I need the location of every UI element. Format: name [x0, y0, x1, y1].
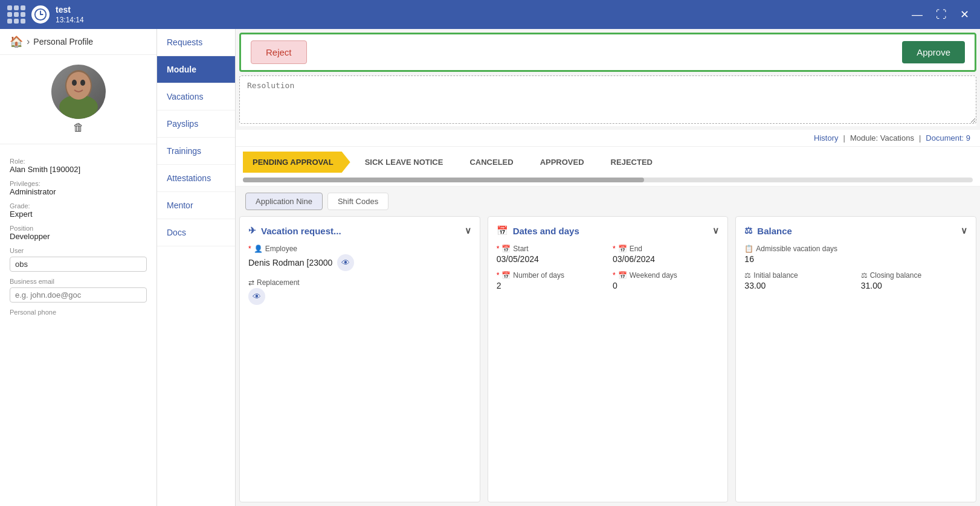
tab-shift-codes[interactable]: Shift Codes	[327, 193, 388, 210]
breadcrumb-text: Personal Profile	[33, 37, 93, 46]
balance-card: ⚖ Balance ∨ 📋 Admissible vacation days 1…	[735, 216, 976, 502]
nav-item-module[interactable]: Module	[157, 56, 235, 83]
user-input[interactable]	[10, 257, 147, 272]
breadcrumb: 🏠 › Personal Profile	[0, 29, 156, 55]
end-label: * 📅 End	[613, 245, 719, 253]
nav-item-payslips[interactable]: Payslips	[157, 110, 235, 138]
start-field: * 📅 Start 03/05/2024	[497, 245, 603, 264]
nav-item-docs[interactable]: Docs	[157, 219, 235, 246]
dates-row: * 📅 Start 03/05/2024 * 📅 End	[497, 245, 720, 271]
vacation-request-title: ✈ Vacation request... ∨	[248, 225, 471, 236]
workflow-step-canceled[interactable]: CANCELED	[457, 152, 525, 173]
vacation-chevron-icon[interactable]: ∨	[465, 225, 471, 236]
approve-button[interactable]: Approve	[902, 41, 965, 63]
weekend-days-icon: 📅	[618, 271, 627, 280]
num-days-label: * 📅 Number of days	[497, 271, 603, 280]
nav-item-mentor[interactable]: Mentor	[157, 192, 235, 219]
replacement-label: ⇄ Replacement	[248, 278, 471, 287]
weekend-days-value: 0	[613, 281, 719, 290]
replacement-value: 👁	[248, 288, 471, 305]
balance-title: ⚖ Balance ∨	[744, 225, 967, 236]
replacement-view-button[interactable]: 👁	[248, 288, 265, 305]
privileges-value: Administrator	[10, 187, 147, 196]
left-nav: Requests Module Vacations Payslips Train…	[157, 29, 236, 506]
admissible-value: 16	[744, 254, 967, 264]
email-input[interactable]	[10, 287, 147, 303]
minimize-button[interactable]: —	[908, 7, 926, 22]
end-value: 03/06/2024	[613, 254, 719, 264]
close-button[interactable]: ✕	[956, 7, 973, 22]
initial-balance-label: ⚖ Initial balance	[744, 271, 851, 280]
resolution-textarea[interactable]	[239, 75, 976, 124]
history-bar: History | Module: Vacations | Document: …	[236, 130, 980, 147]
vacation-icon: ✈	[248, 225, 256, 236]
employee-view-button[interactable]: 👁	[337, 254, 354, 271]
position-label: Position	[10, 225, 147, 232]
tab-application-nine[interactable]: Application Nine	[245, 193, 323, 210]
nav-item-vacations[interactable]: Vacations	[157, 83, 235, 110]
dates-title-text: Dates and days	[513, 226, 579, 236]
topbar: test 13:14:14 — ⛶ ✕	[0, 0, 980, 29]
grid-icon	[7, 5, 25, 24]
dates-chevron-icon[interactable]: ∨	[712, 225, 719, 236]
initial-balance-value: 33.00	[744, 281, 851, 290]
end-required: *	[613, 245, 616, 253]
workflow-step-pending[interactable]: PENDING APPROVAL	[243, 152, 350, 173]
workflow-step-rejected[interactable]: REJECTED	[599, 152, 665, 173]
vacation-request-card: ✈ Vacation request... ∨ * 👤 Employee Den…	[239, 216, 480, 502]
closing-balance-label: ⚖ Closing balance	[861, 271, 967, 280]
admissible-field: 📋 Admissible vacation days 16	[744, 245, 967, 264]
start-value: 03/05/2024	[497, 254, 603, 264]
weekend-days-required: *	[613, 271, 616, 280]
tabs-bar: Application Nine Shift Codes	[236, 187, 980, 216]
balance-chevron-icon[interactable]: ∨	[961, 225, 967, 236]
phone-label: Personal phone	[10, 309, 147, 316]
nav-item-attestations[interactable]: Attestations	[157, 165, 235, 192]
avatar	[51, 65, 106, 119]
employee-icon: 👤	[254, 245, 263, 253]
reject-button[interactable]: Reject	[251, 40, 307, 64]
workflow-bar: PENDING APPROVAL SICK LEAVE NOTICE CANCE…	[236, 147, 980, 178]
cards-row: ✈ Vacation request... ∨ * 👤 Employee Den…	[236, 216, 980, 506]
avatar-delete-icon[interactable]: 🗑	[73, 121, 84, 134]
end-cal-icon: 📅	[618, 245, 627, 253]
profile-fields: Role: Alan Smith [190002] Privileges: Ad…	[0, 144, 156, 323]
history-link[interactable]: History	[814, 133, 838, 143]
role-label: Role:	[10, 158, 147, 165]
workflow-scrollbar[interactable]	[243, 178, 973, 182]
balance-icon: ⚖	[744, 225, 752, 236]
employee-field: * 👤 Employee Denis Rodman [23000 👁	[248, 245, 471, 271]
closing-balance-value: 31.00	[861, 281, 967, 290]
num-days-value: 2	[497, 281, 603, 290]
start-cal-icon: 📅	[501, 245, 511, 253]
user-label: User	[10, 247, 147, 254]
position-value: Developper	[10, 232, 147, 241]
action-bar: Reject Approve	[239, 33, 976, 72]
start-required: *	[497, 245, 500, 253]
num-days-icon: 📅	[501, 271, 511, 280]
home-icon[interactable]: 🏠	[10, 35, 23, 48]
admissible-label: 📋 Admissible vacation days	[744, 245, 967, 253]
email-label: Business email	[10, 278, 147, 285]
separator-1: |	[843, 133, 845, 143]
initial-balance-field: ⚖ Initial balance 33.00	[744, 271, 851, 290]
profile-section: 🗑	[0, 55, 156, 144]
nav-item-trainings[interactable]: Trainings	[157, 138, 235, 165]
resolution-section	[239, 75, 976, 126]
weekend-days-label: * 📅 Weekend days	[613, 271, 719, 280]
maximize-button[interactable]: ⛶	[932, 7, 950, 22]
nav-item-requests[interactable]: Requests	[157, 29, 235, 56]
grade-value: Expert	[10, 210, 147, 219]
dates-icon: 📅	[497, 225, 508, 236]
vacation-title-text: Vacation request...	[261, 226, 341, 236]
workflow-step-sick[interactable]: SICK LEAVE NOTICE	[353, 152, 456, 173]
workflow-step-approved[interactable]: APPROVED	[528, 152, 596, 173]
weekend-days-field: * 📅 Weekend days 0	[613, 271, 719, 290]
role-value: Alan Smith [190002]	[10, 165, 147, 174]
balance-row: ⚖ Initial balance 33.00 ⚖ Closing balanc…	[744, 271, 967, 298]
initial-balance-icon: ⚖	[744, 271, 751, 280]
replacement-icon: ⇄	[248, 278, 254, 287]
document-link[interactable]: Document: 9	[926, 133, 970, 143]
replacement-field: ⇄ Replacement 👁	[248, 278, 471, 305]
grade-label: Grade:	[10, 202, 147, 210]
